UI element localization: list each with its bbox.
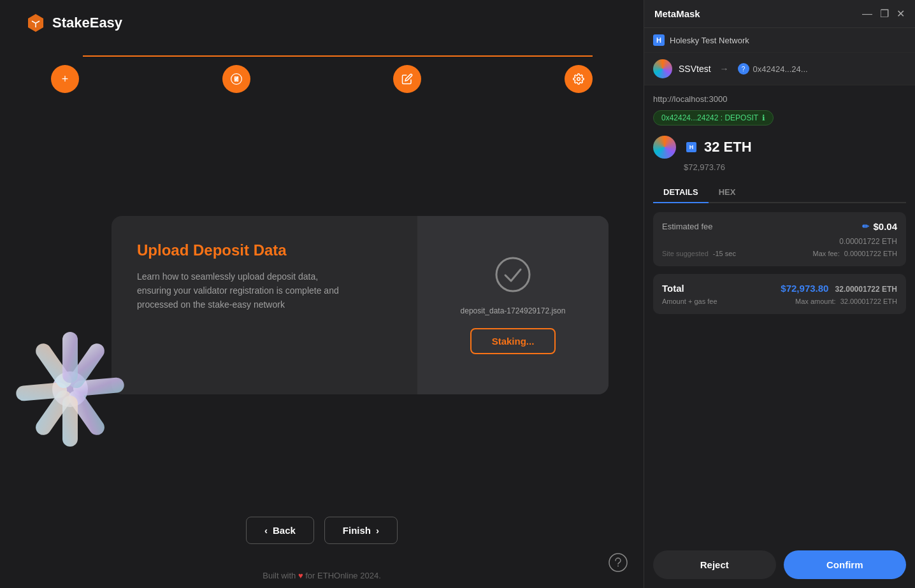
file-name: deposit_data-1724929172.json	[461, 306, 566, 315]
upload-title: Upload Deposit Data	[137, 241, 392, 259]
mm-contract-badge: 0x42424...24242 : DEPOSIT ℹ	[653, 110, 774, 125]
mm-window-controls: — ❐ ✕	[862, 8, 905, 20]
check-icon	[494, 255, 532, 294]
mm-total-amount: $72,973.80 32.00001722 ETH	[781, 283, 897, 294]
mm-fee-eth: 0.00001722 ETH	[662, 237, 897, 246]
mm-fee-header: Estimated fee ✏ $0.04	[662, 221, 897, 232]
mm-account-avatar	[653, 59, 672, 78]
mm-amount-gas-label: Amount + gas fee	[662, 298, 717, 305]
svg-rect-8	[62, 332, 78, 383]
progress-steps: +	[0, 46, 644, 93]
mm-contract-text: 0x42424...24242 : DEPOSIT	[661, 113, 758, 122]
upload-right-panel: deposit_data-1724929172.json Staking...	[417, 216, 609, 394]
mm-network-icon: H	[653, 34, 665, 46]
metamask-panel: MetaMask — ❐ ✕ H Holesky Test Network SS…	[644, 0, 915, 588]
mm-site-suggested: Site suggested -15 sec	[662, 250, 736, 257]
mm-fee-value: ✏ $0.04	[862, 221, 897, 232]
mm-account-name: SSVtest	[679, 64, 711, 74]
svg-rect-7	[66, 387, 108, 438]
mm-network-name: Holesky Test Network	[670, 36, 749, 45]
main-app: StakeEasy +	[0, 0, 644, 588]
svg-point-10	[496, 258, 530, 291]
footer: Built with ♥ for ETHOnline 2024.	[0, 563, 644, 588]
footer-suffix: for ETHOnline 2024.	[305, 571, 381, 580]
step-1[interactable]: +	[51, 65, 79, 93]
back-chevron-icon: ‹	[264, 525, 268, 536]
mm-tab-hex[interactable]: HEX	[709, 182, 746, 203]
mm-close-button[interactable]: ✕	[897, 8, 905, 20]
step-2[interactable]	[222, 65, 250, 93]
mm-total-header: Total $72,973.80 32.00001722 ETH	[662, 283, 897, 294]
logo-icon	[25, 13, 46, 33]
mm-total-usd: $72,973.80	[781, 283, 828, 294]
svg-point-0	[577, 78, 580, 81]
help-button[interactable]	[605, 550, 631, 575]
mm-addr-text: 0x42424...24...	[753, 64, 808, 74]
mm-info-icon: ℹ	[762, 113, 765, 122]
mm-eth-row: H 32 ETH	[653, 136, 906, 159]
mm-total-subrow: Amount + gas fee Max amount: 32.00001722…	[662, 298, 897, 305]
mm-addr-icon: ?	[738, 63, 749, 75]
svg-rect-5	[32, 387, 75, 438]
finish-chevron-icon: ›	[376, 525, 379, 536]
mm-minimize-button[interactable]: —	[862, 8, 872, 20]
mm-url: http://localhost:3000	[653, 94, 906, 104]
footer-text: Built with	[263, 571, 296, 580]
mm-total-eth: 32.00001722 ETH	[835, 285, 897, 294]
mm-arrow-icon: →	[720, 64, 729, 74]
header: StakeEasy	[0, 0, 644, 46]
svg-rect-6	[32, 340, 75, 391]
mm-account-bar: SSVtest → ? 0x42424...24...	[644, 53, 915, 85]
upload-left-panel: Upload Deposit Data Learn how to seamles…	[112, 216, 417, 394]
mm-total-label: Total	[662, 283, 684, 294]
step-3[interactable]	[393, 65, 421, 93]
svg-point-11	[609, 554, 627, 571]
mm-fee-label: Estimated fee	[662, 222, 713, 231]
heart-icon: ♥	[298, 571, 303, 580]
mm-fee-card: Estimated fee ✏ $0.04 0.00001722 ETH Sit…	[653, 212, 906, 266]
upload-card: Upload Deposit Data Learn how to seamles…	[112, 216, 609, 394]
mm-eth-usd: $72,973.76	[653, 162, 906, 172]
mm-edit-icon[interactable]: ✏	[862, 222, 869, 231]
svg-rect-9	[62, 396, 78, 447]
mm-titlebar: MetaMask — ❐ ✕	[644, 0, 915, 28]
mm-tab-details[interactable]: DETAILS	[653, 182, 709, 203]
mm-reject-button[interactable]: Reject	[653, 550, 776, 579]
mm-address: ? 0x42424...24...	[738, 63, 808, 75]
step-4[interactable]	[565, 65, 593, 93]
mm-max-fee: Max fee: 0.00001722 ETH	[813, 250, 897, 257]
mm-max-amount: Max amount: 32.00001722 ETH	[795, 298, 897, 305]
svg-point-12	[617, 566, 619, 567]
mm-eth-avatar	[653, 136, 676, 159]
svg-rect-3	[15, 382, 68, 401]
mm-actions: Reject Confirm	[644, 550, 915, 588]
back-label: Back	[273, 525, 296, 536]
mm-total-card: Total $72,973.80 32.00001722 ETH Amount …	[653, 274, 906, 314]
nav-buttons: ‹ Back Finish ›	[0, 517, 644, 563]
svg-rect-4	[66, 340, 108, 391]
main-content: Upload Deposit Data Learn how to seamles…	[0, 93, 644, 517]
mm-eth-network-badge: H	[686, 142, 696, 152]
upload-description: Learn how to seamlessly upload deposit d…	[137, 269, 341, 312]
mm-maximize-button[interactable]: ❐	[880, 8, 889, 20]
mm-fee-usd: $0.04	[873, 221, 897, 232]
staking-button[interactable]: Staking...	[470, 328, 556, 354]
mm-content: http://localhost:3000 0x42424...24242 : …	[644, 85, 915, 550]
mm-tabs: DETAILS HEX	[653, 182, 906, 203]
logo-text: StakeEasy	[52, 15, 122, 31]
mm-fee-rows: Site suggested -15 sec Max fee: 0.000017…	[662, 250, 897, 257]
mm-eth-amount: 32 ETH	[704, 139, 752, 155]
mm-confirm-button[interactable]: Confirm	[784, 550, 907, 579]
logo: StakeEasy	[25, 13, 122, 33]
mm-network-bar: H Holesky Test Network	[644, 28, 915, 53]
svg-point-1	[52, 371, 88, 407]
mm-title: MetaMask	[654, 8, 700, 19]
back-button[interactable]: ‹ Back	[246, 517, 314, 544]
finish-button[interactable]: Finish ›	[324, 517, 398, 544]
finish-label: Finish	[343, 525, 371, 536]
